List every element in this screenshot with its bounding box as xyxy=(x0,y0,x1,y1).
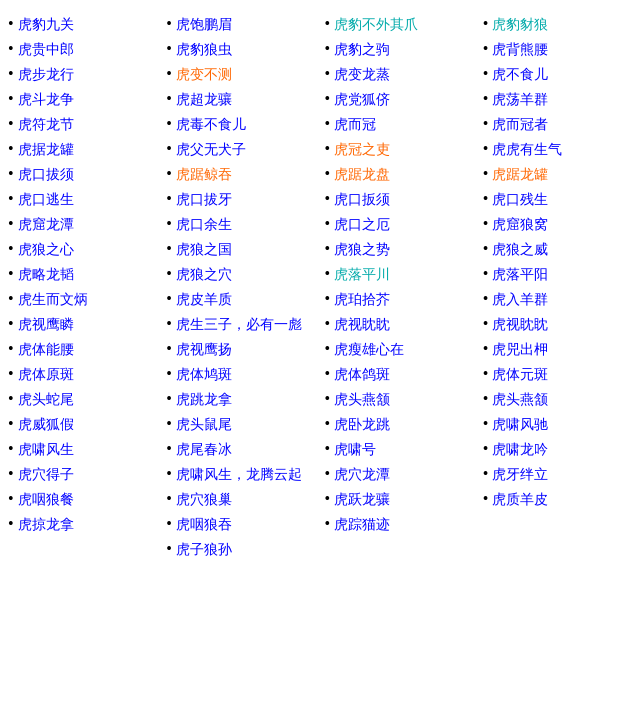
item-label[interactable]: 虎毒不食儿 xyxy=(176,114,246,135)
bullet-icon: • xyxy=(8,189,14,210)
item-label[interactable]: 虎头燕颔 xyxy=(334,389,390,410)
item-label[interactable]: 虎党狐侪 xyxy=(334,89,390,110)
item-label[interactable]: 虎背熊腰 xyxy=(492,39,548,60)
item-label[interactable]: 虎饱鹏眉 xyxy=(176,14,232,35)
item-label[interactable]: 虎质羊皮 xyxy=(492,489,548,510)
item-label[interactable]: 虎落平阳 xyxy=(492,264,548,285)
item-label[interactable]: 虎虎有生气 xyxy=(492,139,562,160)
list-item: •虎头燕颔 xyxy=(483,389,633,410)
item-label[interactable]: 虎掠龙拿 xyxy=(18,514,74,535)
item-label[interactable]: 虎冠之吏 xyxy=(334,139,390,160)
item-label[interactable]: 虎踞龙盘 xyxy=(334,164,390,185)
item-label[interactable]: 虎口拔牙 xyxy=(176,189,232,210)
item-label[interactable]: 虎跃龙骧 xyxy=(334,489,390,510)
item-label[interactable]: 虎视眈眈 xyxy=(492,314,548,335)
item-label[interactable]: 虎不食儿 xyxy=(492,64,548,85)
item-label[interactable]: 虎啸风生，龙腾云起 xyxy=(176,464,302,485)
item-label[interactable]: 虎穴狼巢 xyxy=(176,489,232,510)
item-label[interactable]: 虎跳龙拿 xyxy=(176,389,232,410)
list-item: •虎生三子，必有一彪 xyxy=(166,314,316,335)
item-label[interactable]: 虎超龙骧 xyxy=(176,89,232,110)
bullet-icon: • xyxy=(8,114,14,135)
bullet-icon: • xyxy=(166,114,172,135)
bullet-icon: • xyxy=(483,289,489,310)
bullet-icon: • xyxy=(166,164,172,185)
item-label[interactable]: 虎豹不外其爪 xyxy=(334,14,418,35)
list-item: •虎党狐侪 xyxy=(325,89,475,110)
item-label[interactable]: 虎父无犬子 xyxy=(176,139,246,160)
item-label[interactable]: 虎步龙行 xyxy=(18,64,74,85)
bullet-icon: • xyxy=(483,489,489,510)
item-label[interactable]: 虎狼之威 xyxy=(492,239,548,260)
bullet-icon: • xyxy=(8,64,14,85)
item-label[interactable]: 虎斗龙争 xyxy=(18,89,74,110)
item-label[interactable]: 虎口残生 xyxy=(492,189,548,210)
item-label[interactable]: 虎踞鲸吞 xyxy=(176,164,232,185)
item-label[interactable]: 虎皮羊质 xyxy=(176,289,232,310)
item-label[interactable]: 虎珀拾芥 xyxy=(334,289,390,310)
item-label[interactable]: 虎口扳须 xyxy=(334,189,390,210)
item-label[interactable]: 虎略龙韬 xyxy=(18,264,74,285)
item-label[interactable]: 虎落平川 xyxy=(334,264,390,285)
list-item: •虎啸风生 xyxy=(8,439,158,460)
item-label[interactable]: 虎头蛇尾 xyxy=(18,389,74,410)
item-label[interactable]: 虎牙绊立 xyxy=(492,464,548,485)
item-label[interactable]: 虎体元斑 xyxy=(492,364,548,385)
list-item: •虎饱鹏眉 xyxy=(166,14,316,35)
item-label[interactable]: 虎头燕颔 xyxy=(492,389,548,410)
bullet-icon: • xyxy=(166,89,172,110)
item-label[interactable]: 虎啸风驰 xyxy=(492,414,548,435)
item-label[interactable]: 虎窟狼窝 xyxy=(492,214,548,235)
item-label[interactable]: 虎狼之心 xyxy=(18,239,74,260)
item-label[interactable]: 虎据龙罐 xyxy=(18,139,74,160)
item-label[interactable]: 虎狼之势 xyxy=(334,239,390,260)
list-item: •虎狼之威 xyxy=(483,239,633,260)
item-label[interactable]: 虎而冠 xyxy=(334,114,376,135)
item-label[interactable]: 虎生而文炳 xyxy=(18,289,88,310)
item-label[interactable]: 虎豹豺狼 xyxy=(492,14,548,35)
item-label[interactable]: 虎狼之国 xyxy=(176,239,232,260)
item-label[interactable]: 虎口余生 xyxy=(176,214,232,235)
item-label[interactable]: 虎荡羊群 xyxy=(492,89,548,110)
item-label[interactable]: 虎啸号 xyxy=(334,439,376,460)
item-label[interactable]: 虎瘦雄心在 xyxy=(334,339,404,360)
item-label[interactable]: 虎符龙节 xyxy=(18,114,74,135)
item-label[interactable]: 虎口之厄 xyxy=(334,214,390,235)
item-label[interactable]: 虎卧龙跳 xyxy=(334,414,390,435)
list-item: •虎咽狼吞 xyxy=(166,514,316,535)
item-label[interactable]: 虎踪猫迹 xyxy=(334,514,390,535)
item-label[interactable]: 虎口拔须 xyxy=(18,164,74,185)
item-label[interactable]: 虎变不测 xyxy=(176,64,232,85)
item-label[interactable]: 虎体鸠斑 xyxy=(176,364,232,385)
item-label[interactable]: 虎啸龙吟 xyxy=(492,439,548,460)
item-label[interactable]: 虎穴得子 xyxy=(18,464,74,485)
item-label[interactable]: 虎咽狼餐 xyxy=(18,489,74,510)
item-label[interactable]: 虎尾春冰 xyxy=(176,439,232,460)
item-label[interactable]: 虎贵中郎 xyxy=(18,39,74,60)
item-label[interactable]: 虎威狐假 xyxy=(18,414,74,435)
item-label[interactable]: 虎兕出柙 xyxy=(492,339,548,360)
item-label[interactable]: 虎视眈眈 xyxy=(334,314,390,335)
item-label[interactable]: 虎豹九关 xyxy=(18,14,74,35)
item-label[interactable]: 虎口逃生 xyxy=(18,189,74,210)
item-label[interactable]: 虎入羊群 xyxy=(492,289,548,310)
item-label[interactable]: 虎豹之驹 xyxy=(334,39,390,60)
item-label[interactable]: 虎子狼孙 xyxy=(176,539,232,560)
item-label[interactable]: 虎豹狼虫 xyxy=(176,39,232,60)
item-label[interactable]: 虎而冠者 xyxy=(492,114,548,135)
item-label[interactable]: 虎穴龙潭 xyxy=(334,464,390,485)
item-label[interactable]: 虎体能腰 xyxy=(18,339,74,360)
item-label[interactable]: 虎咽狼吞 xyxy=(176,514,232,535)
item-label[interactable]: 虎体鸽斑 xyxy=(334,364,390,385)
item-label[interactable]: 虎变龙蒸 xyxy=(334,64,390,85)
item-label[interactable]: 虎视鹰扬 xyxy=(176,339,232,360)
item-label[interactable]: 虎体原斑 xyxy=(18,364,74,385)
item-label[interactable]: 虎啸风生 xyxy=(18,439,74,460)
item-label[interactable]: 虎头鼠尾 xyxy=(176,414,232,435)
bullet-icon: • xyxy=(483,164,489,185)
item-label[interactable]: 虎窟龙潭 xyxy=(18,214,74,235)
item-label[interactable]: 虎生三子，必有一彪 xyxy=(176,314,302,335)
item-label[interactable]: 虎踞龙罐 xyxy=(492,164,548,185)
item-label[interactable]: 虎狼之穴 xyxy=(176,264,232,285)
item-label[interactable]: 虎视鹰瞵 xyxy=(18,314,74,335)
